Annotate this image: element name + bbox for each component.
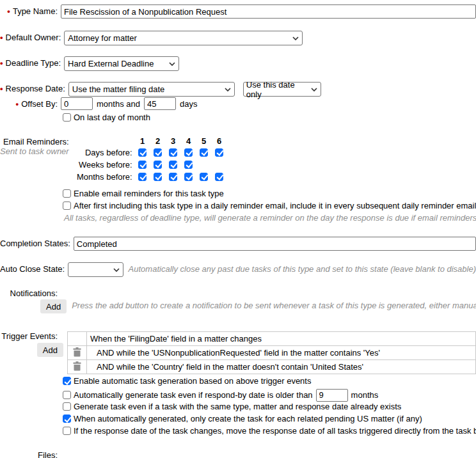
response-date-source-select[interactable]: Use the matter filing date [68,82,235,97]
offset-days-text: days [180,99,197,109]
reminder-column-header: 1 [135,136,150,146]
notifications-label-row: Notifications: [0,288,476,298]
reminder-checkbox[interactable] [154,173,162,181]
reminder-row-label: Weeks before: [72,160,135,170]
trigger-event-text: AND while the 'Country' field in the mat… [87,360,476,374]
deadline-type-label: Deadline Type: [0,58,61,68]
last-day-checkbox[interactable] [63,113,71,122]
option-checkbox[interactable] [63,189,71,198]
response-date-source-value: Use the matter filing date [72,84,165,94]
email-reminders-footnote: All tasks, regardless of deadline type, … [64,213,476,223]
reminder-checkbox[interactable] [154,161,162,169]
offset-months-input[interactable] [61,97,93,110]
email-reminder-grid: 123456Days before:Weeks before:Months be… [72,136,227,184]
offset-by-label: Offset By: [16,99,58,109]
reminder-checkbox[interactable] [169,173,177,181]
notifications-note: Press the add button to create a notific… [72,299,476,310]
auto-close-select[interactable] [68,262,123,277]
last-day-label: On last day of month [74,113,150,122]
trigger-events-add-button[interactable]: Add [37,343,63,357]
files-label-row: Files: [0,450,476,458]
reminder-column-header: 5 [196,136,212,146]
option-row: After first including this task type in … [63,201,476,210]
older-than-months-input[interactable] [316,389,348,402]
trash-icon[interactable] [73,361,81,371]
default-owner-select[interactable]: Attorney for matter [64,31,303,45]
type-name-label: Type Name: [7,6,58,16]
completion-states-input[interactable] [74,237,476,251]
option-checkbox[interactable] [63,391,71,399]
default-owner-row: Default Owner: Attorney for matter [0,31,476,45]
option-checkbox[interactable] [63,377,71,385]
trigger-event-options: Enable automatic task generation based o… [63,376,476,436]
default-owner-value: Attorney for matter [68,33,137,43]
reminder-checkbox[interactable] [154,148,162,157]
reminder-column-header: 4 [181,136,196,146]
option-checkbox[interactable] [63,415,71,423]
option-label: If the response date of the task changes… [74,426,476,436]
reminder-checkbox[interactable] [200,148,208,157]
trigger-events-label: Trigger Events: [1,331,58,341]
response-date-mode-select[interactable]: Use this date only [243,82,321,97]
option-label: Generate task even if a task with the sa… [74,402,401,411]
option-label: Automatically generate task even if resp… [74,390,313,400]
default-owner-label: Default Owner: [0,33,61,42]
reminder-checkbox[interactable] [138,161,147,169]
reminder-checkbox[interactable] [169,148,177,157]
option-row: Automatically generate task even if resp… [63,388,476,402]
completion-states-label: Completion States: [0,239,70,248]
option-row: Enable automatic task generation based o… [63,376,476,386]
trigger-event-row: AND while the 'USNonpublicationRequested… [68,346,476,360]
option-label: Enable automatic task generation based o… [74,376,311,386]
type-name-input[interactable] [61,4,476,19]
reminder-row-label: Days before: [72,148,135,157]
trash-icon[interactable] [73,347,81,357]
files-label: Files: [38,450,58,458]
reminder-checkbox[interactable] [138,148,147,157]
type-name-row: Type Name: [0,4,476,19]
reminder-checkbox[interactable] [184,173,193,181]
reminder-column-header: 2 [150,136,166,146]
reminder-checkbox[interactable] [215,148,223,157]
auto-close-label: Auto Close State: [0,264,65,274]
reminder-checkbox[interactable] [169,161,177,169]
last-day-option: On last day of month [63,113,476,122]
deadline-type-row: Deadline Type: Hard External Deadline [0,56,476,71]
trigger-events-table: When the 'FilingDate' field in a matter … [67,331,476,374]
option-row: Enable email reminders for this task typ… [63,189,476,198]
reminder-checkbox[interactable] [184,161,193,169]
reminder-checkbox[interactable] [200,173,208,181]
email-reminders-label: Email Reminders: [3,137,69,146]
trigger-event-row: When the 'FilingDate' field in a matter … [68,332,476,346]
trigger-event-text: AND while the 'USNonpublicationRequested… [87,346,476,360]
deadline-type-value: Hard External Deadline [68,59,154,68]
response-date-label: Response Date: [0,84,65,93]
offset-days-input[interactable] [144,97,176,110]
auto-close-note: Automatically close any past due tasks o… [129,262,476,274]
reminder-row-label: Months before: [72,172,135,182]
response-date-mode-value: Use this date only [246,80,306,99]
completion-states-row: Completion States: [0,237,476,251]
chevron-down-icon [113,268,120,272]
option-row: Generate task even if a task with the sa… [63,402,476,411]
reminder-checkbox[interactable] [138,173,147,181]
notifications-label: Notifications: [10,288,58,298]
reminder-checkbox[interactable] [184,148,193,157]
reminder-checkbox[interactable] [215,173,223,181]
offset-months-text: months and [97,99,140,109]
deadline-type-select[interactable]: Hard External Deadline [64,56,179,71]
response-date-row: Response Date: Use the matter filing dat… [0,82,476,97]
option-label: When automatically generated, only creat… [74,414,422,423]
reminder-column-header: 3 [166,136,181,146]
notifications-add-row: Add Press the add button to create a not… [40,299,476,313]
option-checkbox[interactable] [63,427,71,435]
option-checkbox[interactable] [63,402,71,411]
option-checkbox[interactable] [63,201,71,210]
option-suffix: months [351,390,379,400]
trigger-event-text: When the 'FilingDate' field in a matter … [87,332,476,346]
email-reminder-options: Enable email reminders for this task typ… [63,189,476,210]
notifications-add-button[interactable]: Add [40,299,67,313]
reminder-column-header: 6 [212,136,227,146]
trigger-event-row: AND while the 'Country' field in the mat… [68,360,476,374]
option-label: Enable email reminders for this task typ… [74,189,224,198]
